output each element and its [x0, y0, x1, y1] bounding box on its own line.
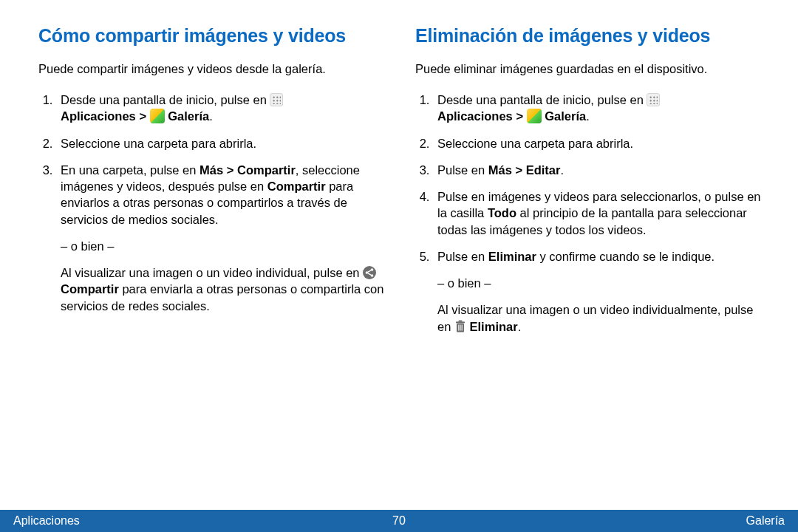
- steps-delete: Desde una pantalla de inicio, pulse en A…: [415, 92, 768, 335]
- intro-share: Puede compartir imágenes y videos desde …: [38, 61, 392, 77]
- page: Cómo compartir imágenes y videos Puede c…: [0, 0, 798, 532]
- share-step-1: Desde una pantalla de inicio, pulse en A…: [56, 92, 392, 125]
- footer-left: Aplicaciones: [13, 513, 80, 529]
- content-columns: Cómo compartir imágenes y videos Puede c…: [0, 0, 798, 345]
- delete-step-5: Pulse en Eliminar y confirme cuando se l…: [433, 248, 768, 335]
- steps-share: Desde una pantalla de inicio, pulse en A…: [38, 92, 392, 314]
- delete-step-3: Pulse en Más > Editar.: [433, 162, 768, 178]
- gallery-icon: [527, 109, 542, 123]
- share-alt: Al visualizar una imagen o un video indi…: [61, 265, 392, 314]
- trash-icon: [454, 320, 466, 333]
- footer-right: Galería: [746, 513, 785, 529]
- heading-share: Cómo compartir imágenes y videos: [38, 24, 392, 49]
- column-delete: Eliminación de imágenes y videos Puede e…: [415, 24, 768, 345]
- delete-step-2: Seleccione una carpeta para abrirla.: [433, 135, 768, 151]
- delete-or: – o bien –: [437, 275, 768, 291]
- apps-icon: [647, 93, 660, 106]
- share-or: – o bien –: [61, 238, 392, 254]
- intro-delete: Puede eliminar imágenes guardadas en el …: [415, 61, 768, 77]
- apps-icon: [270, 93, 283, 106]
- delete-step-4: Pulse en imágenes y videos para seleccio…: [433, 188, 768, 238]
- svg-rect-7: [458, 320, 462, 321]
- share-step-3: En una carpeta, pulse en Más > Compartir…: [56, 162, 392, 314]
- share-icon: [363, 266, 376, 279]
- svg-line-4: [368, 273, 371, 275]
- svg-line-3: [368, 270, 371, 272]
- gallery-icon: [150, 109, 165, 123]
- footer-bar: Aplicaciones 70 Galería: [0, 510, 798, 532]
- column-share: Cómo compartir imágenes y videos Puede c…: [38, 24, 392, 345]
- delete-alt: Al visualizar una imagen o un video indi…: [437, 301, 768, 335]
- delete-step-1: Desde una pantalla de inicio, pulse en A…: [433, 92, 768, 125]
- share-step-2: Seleccione una carpeta para abrirla.: [56, 135, 392, 151]
- heading-delete: Eliminación de imágenes y videos: [415, 24, 768, 49]
- footer-page-number: 70: [392, 513, 406, 529]
